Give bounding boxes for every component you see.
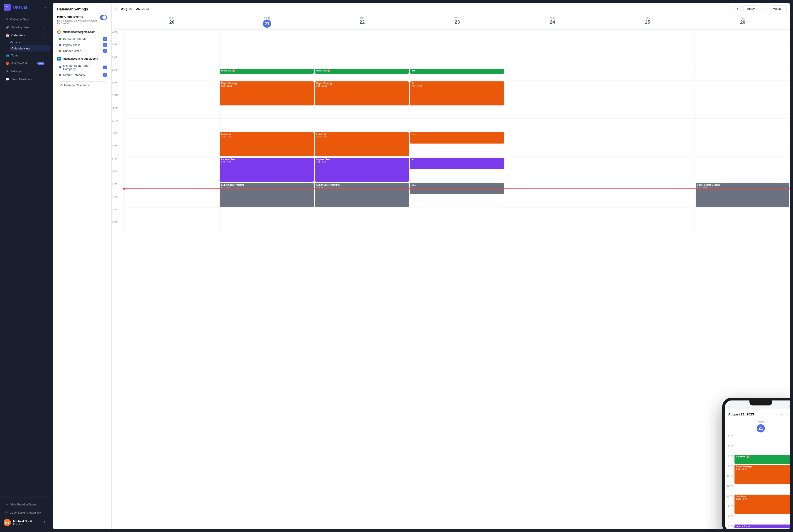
- grid-cell: [410, 195, 505, 208]
- personal-cal-check[interactable]: ✓: [103, 37, 107, 41]
- grid-cell: [600, 68, 695, 80]
- copy-booking-link[interactable]: ⧉ Copy Booking Page link: [2, 508, 48, 517]
- grid-cell: [219, 208, 315, 220]
- calendar-event[interactable]: Lunch 🍽12:30 - 1:30: [220, 132, 314, 156]
- calendar-item-personal[interactable]: Personal Calendar ✓: [57, 36, 107, 42]
- grid-cell: [124, 106, 219, 119]
- grid-cell: [315, 106, 410, 119]
- grid-cell: [124, 68, 219, 80]
- calendar-item-dunder[interactable]: Dunder Mifflin ✓: [57, 48, 107, 54]
- calendar-event[interactable]: Improv Class2:30 - 3:30: [220, 158, 314, 182]
- grid-cell: [315, 119, 410, 131]
- calendar-event[interactable]: Super Secret Meeting5:00 - 6:00: [696, 183, 789, 207]
- collapse-sidebar-icon[interactable]: «: [44, 5, 46, 9]
- secret-cal-check[interactable]: ✓: [103, 73, 107, 77]
- sidebar-item-calendar-view[interactable]: Calendar view: [10, 45, 50, 52]
- feedback-icon: 💬: [5, 78, 9, 81]
- personal-cal-dot: [59, 38, 61, 40]
- link-icon: 🔗: [5, 26, 9, 29]
- logo-area: 01 OneCal «: [0, 4, 50, 15]
- calendar-event[interactable]: Super Secret Meeting5:00 - 6:00: [220, 183, 314, 207]
- grid-cell: [505, 195, 600, 208]
- day-header-thu: THU 24: [505, 15, 600, 30]
- time-label: 5 PM: [112, 182, 124, 195]
- grid-cell: [124, 157, 219, 169]
- calendar-event[interactable]: Im...: [410, 158, 504, 169]
- time-label: 11 AM: [112, 106, 124, 119]
- phone-calendar-event[interactable]: Breakfast 🥞: [735, 455, 790, 464]
- sidebar-item-calendar-sync[interactable]: ↻ Calendar Sync: [2, 15, 48, 23]
- grid-cell: [600, 42, 695, 55]
- google-account-section: G michaelscott@gmail.com Personal Calend…: [57, 30, 107, 54]
- grid-cell: [600, 208, 695, 220]
- grid-cell: [219, 220, 315, 233]
- calendar-event[interactable]: Lunch 🍽12:30 - 1:30: [315, 132, 409, 156]
- calendar-event[interactable]: Improv Class2:30 - 3:30: [315, 158, 409, 182]
- sidebar-item-calendars[interactable]: 📅 Calendars ˅: [2, 31, 48, 39]
- main-content: Calendar Settings Hide Clone Events Do n…: [53, 3, 790, 529]
- secret-cal-name: Secret Company: [63, 73, 101, 77]
- grid-cell: [695, 119, 790, 131]
- manage-calendars-button[interactable]: ⚙ Manage Calendars: [57, 81, 107, 89]
- grid-cell: [505, 119, 600, 131]
- calendar-event[interactable]: Bre...: [410, 69, 504, 74]
- google-email: michaelscott@gmail.com: [62, 31, 95, 34]
- sidebar-item-gift[interactable]: 🎁 Gift OneCal New: [2, 59, 48, 68]
- grid-cell: [219, 55, 315, 68]
- grid-cell: [695, 93, 790, 106]
- outlook-email: michaelscott@outlook.com: [62, 57, 98, 60]
- week-view-button[interactable]: Week ˅: [770, 5, 787, 12]
- calendar-item-improv[interactable]: Improv Class ✓: [57, 42, 107, 48]
- phone-calendar-event[interactable]: Paper Strategy9:00 - 10:00: [735, 464, 790, 484]
- outlook-icon: O: [57, 57, 61, 60]
- time-label: 1 PM: [112, 131, 124, 144]
- grid-cell: [505, 169, 600, 182]
- phone-calendar-event[interactable]: Improv Class2:30 - 3:30: [735, 525, 790, 528]
- user-row: MS Michael Scott Premium ⋮: [0, 517, 50, 528]
- grid-cell: [410, 119, 505, 131]
- calendar-event[interactable]: Lu...: [410, 132, 504, 144]
- sidebar-item-settings[interactable]: ⚙ Settings: [2, 68, 48, 75]
- gear-icon: ⚙: [60, 83, 63, 87]
- next-week-button[interactable]: ›: [761, 6, 767, 12]
- today-button[interactable]: Today: [743, 5, 758, 12]
- dunder-cal-check[interactable]: ✓: [103, 49, 107, 53]
- sidebar-item-feedback[interactable]: 💬 Send Feedback: [2, 75, 48, 83]
- calendar-item-secret[interactable]: Secret Company ✓: [57, 72, 107, 78]
- sidebar-item-manage[interactable]: Manage: [10, 39, 50, 45]
- copy-icon: ⧉: [5, 511, 7, 514]
- phone-calendar-event[interactable]: Lunch 🍽12:30 - 1:30: [735, 495, 790, 514]
- more-icon[interactable]: ⋮: [43, 520, 46, 525]
- sidebar-item-team[interactable]: 👥 Team: [2, 52, 48, 59]
- day-header-mon: MON 21: [219, 15, 315, 30]
- grid-cell: [219, 30, 315, 42]
- sidebar-item-booking-links[interactable]: 🔗 Booking Links ›: [2, 23, 48, 31]
- calendars-subnav: Manage Calendar view: [0, 39, 50, 52]
- calendar-event[interactable]: Paper Strategy9:00 - 10:00: [315, 81, 409, 106]
- improv-cal-name: Improv Class: [63, 43, 101, 47]
- calendar-event[interactable]: Super Secret Meeting5:00 - 6:00: [315, 183, 409, 207]
- grid-cell: [695, 42, 790, 55]
- improv-cal-check[interactable]: ✓: [103, 43, 107, 47]
- time-label: 5 AM: [112, 30, 124, 42]
- grid-cell: [600, 93, 695, 106]
- time-label: 8 AM: [112, 68, 124, 80]
- view-booking-label: View Booking Page: [10, 503, 36, 506]
- grid-cell: [410, 144, 505, 157]
- calendar-event[interactable]: Paper Strategy9:00 - 10:00: [220, 81, 314, 106]
- sidebar-item-label: Send Feedback: [11, 78, 32, 81]
- calendar-event[interactable]: Pa...9:00 - 10:00: [410, 81, 504, 106]
- calendar-item-mspc[interactable]: Michael Scott Paper Company ✓: [57, 63, 107, 72]
- calendar-event[interactable]: Breakfast 🥞: [220, 69, 314, 74]
- view-booking-page-link[interactable]: ↗ View Booking Page: [2, 500, 48, 508]
- mspc-cal-check[interactable]: ✓: [103, 65, 107, 69]
- mspc-cal-name: Michael Scott Paper Company: [63, 64, 101, 71]
- user-plan: Premium: [13, 523, 40, 526]
- prev-week-button[interactable]: ‹: [734, 6, 741, 12]
- outlook-account-section: O michaelscott@outlook.com Michael Scott…: [57, 57, 107, 78]
- sidebar-bottom: ↗ View Booking Page ⧉ Copy Booking Page …: [0, 497, 50, 528]
- hide-clone-toggle[interactable]: [100, 15, 107, 20]
- grid-cell: [505, 131, 600, 144]
- grid-cell: [695, 30, 790, 42]
- calendar-event[interactable]: Breakfast 🥞: [315, 69, 409, 74]
